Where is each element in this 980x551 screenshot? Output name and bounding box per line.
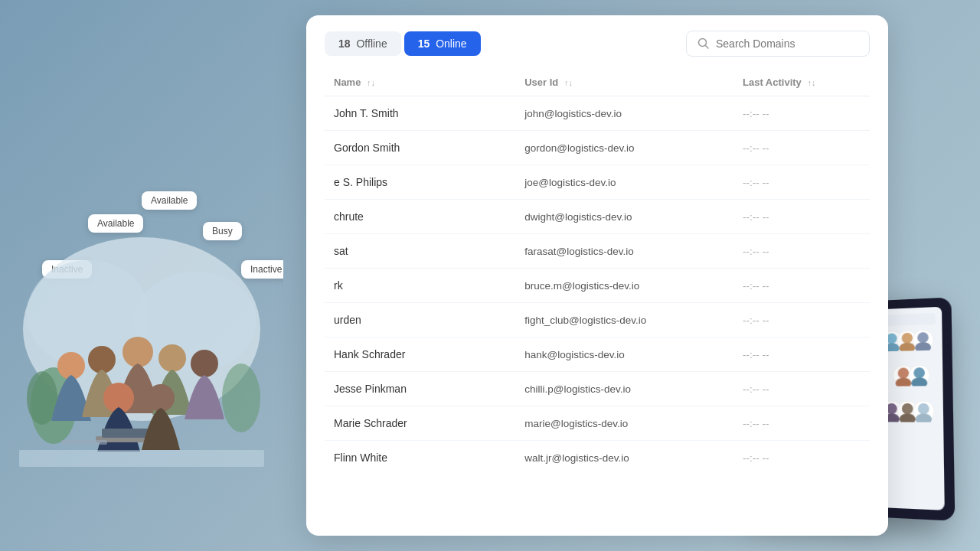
search-icon xyxy=(697,37,710,50)
sort-icon-userid[interactable]: ↑↓ xyxy=(564,78,573,87)
svg-rect-15 xyxy=(19,450,264,467)
table-row: John T. Smithjohn@logistics-dev.io--:-- … xyxy=(325,96,870,131)
sort-icon-activity[interactable]: ↑↓ xyxy=(807,78,815,87)
svg-line-42 xyxy=(706,46,709,49)
cell-name: chrute xyxy=(325,200,515,234)
cell-activity: --:-- -- xyxy=(733,234,870,269)
cell-userid: joe@logistics-dev.io xyxy=(515,165,733,200)
cell-userid: bruce.m@logistics-dev.io xyxy=(515,269,733,303)
cell-activity: --:-- -- xyxy=(733,165,870,200)
left-illustration: Available Available Busy Inactive Inacti… xyxy=(0,0,283,551)
cell-name: John T. Smith xyxy=(325,96,515,131)
table-row: e S. Philipsjoe@logistics-dev.io--:-- -- xyxy=(325,165,870,200)
tab-online-count: 15 xyxy=(418,37,430,50)
tablet-avatars-away xyxy=(893,364,936,386)
cell-userid: john@logistics-dev.io xyxy=(515,96,733,131)
svg-point-36 xyxy=(902,403,913,414)
cell-userid: gordon@logistics-dev.io xyxy=(515,131,733,165)
cell-userid: chilli.p@logistics-dev.io xyxy=(515,372,733,406)
table-row: Hank Schraderhank@logistics-dev.io--:-- … xyxy=(325,337,870,372)
table-row: chrutedwight@logistics-dev.io--:-- -- xyxy=(325,200,870,234)
cell-activity: --:-- -- xyxy=(733,96,870,131)
cell-userid: marie@logistics-dev.io xyxy=(515,406,733,441)
sort-icon-name[interactable]: ↑↓ xyxy=(367,78,375,87)
cell-name: Flinn White xyxy=(325,441,515,475)
col-header-name: Name ↑↓ xyxy=(325,69,515,96)
table-row: satfarasat@logistics-dev.io--:-- -- xyxy=(325,234,870,269)
cell-userid: farasat@logistics-dev.io xyxy=(515,234,733,269)
col-header-userid: User Id ↑↓ xyxy=(515,69,733,96)
table-row: Flinn Whitewalt.jr@logistics-dev.io--:--… xyxy=(325,441,870,475)
cell-name: Hank Schrader xyxy=(325,337,515,372)
search-box xyxy=(686,31,870,57)
cell-name: rk xyxy=(325,269,515,303)
tab-offline-label: Offline xyxy=(356,37,387,50)
cell-name: Marie Schrader xyxy=(325,406,515,441)
tab-online-label: Online xyxy=(436,37,466,50)
col-header-activity: Last Activity ↑↓ xyxy=(733,69,870,96)
tab-offline-count: 18 xyxy=(338,37,351,50)
svg-point-7 xyxy=(88,346,116,373)
table-row: Gordon Smithgordon@logistics-dev.io--:--… xyxy=(325,131,870,165)
cell-activity: --:-- -- xyxy=(733,303,870,337)
table-row: rkbruce.m@logistics-dev.io--:-- -- xyxy=(325,269,870,303)
table-wrap: Name ↑↓ User Id ↑↓ Last Activity ↑↓ John… xyxy=(306,69,888,474)
cell-activity: --:-- -- xyxy=(733,269,870,303)
people-illustration xyxy=(19,99,264,467)
cell-activity: --:-- -- xyxy=(733,337,870,372)
svg-point-8 xyxy=(122,337,153,367)
table-row: urdenfight_club@logistics-dev.io--:-- -- xyxy=(325,303,870,337)
tablet-avatars-online xyxy=(880,329,936,352)
cell-name: sat xyxy=(325,234,515,269)
cell-activity: --:-- -- xyxy=(733,200,870,234)
svg-rect-13 xyxy=(102,429,151,438)
search-input[interactable] xyxy=(716,37,858,50)
table-row: Jesse Pinkmanchilli.p@logistics-dev.io--… xyxy=(325,372,870,406)
tab-online[interactable]: 15 Online xyxy=(404,31,481,56)
cell-name: Gordon Smith xyxy=(325,131,515,165)
cell-userid: dwight@logistics-dev.io xyxy=(515,200,733,234)
cell-activity: --:-- -- xyxy=(733,441,870,475)
panel-header: 18 Offline 15 Online xyxy=(306,15,888,57)
svg-point-14 xyxy=(147,384,175,412)
cell-userid: walt.jr@logistics-dev.io xyxy=(515,441,733,475)
cell-activity: --:-- -- xyxy=(733,131,870,165)
tablet-avatars-inactive xyxy=(880,400,936,422)
cell-userid: fight_club@logistics-dev.io xyxy=(515,303,733,337)
users-table: Name ↑↓ User Id ↑↓ Last Activity ↑↓ John… xyxy=(325,69,870,474)
cell-name: e S. Philips xyxy=(325,165,515,200)
svg-point-9 xyxy=(158,344,186,372)
tabs-row: 18 Offline 15 Online xyxy=(325,31,481,56)
cell-userid: hank@logistics-dev.io xyxy=(515,337,733,372)
svg-rect-16 xyxy=(61,440,107,445)
table-row: Marie Schradermarie@logistics-dev.io--:-… xyxy=(325,406,870,441)
main-panel: 18 Offline 15 Online Name ↑↓ xyxy=(306,15,888,536)
cell-name: urden xyxy=(325,303,515,337)
svg-point-10 xyxy=(191,350,218,377)
cell-activity: --:-- -- xyxy=(733,372,870,406)
tab-offline[interactable]: 18 Offline xyxy=(325,31,401,56)
cell-name: Jesse Pinkman xyxy=(325,372,515,406)
svg-point-5 xyxy=(222,364,260,432)
cell-activity: --:-- -- xyxy=(733,406,870,441)
